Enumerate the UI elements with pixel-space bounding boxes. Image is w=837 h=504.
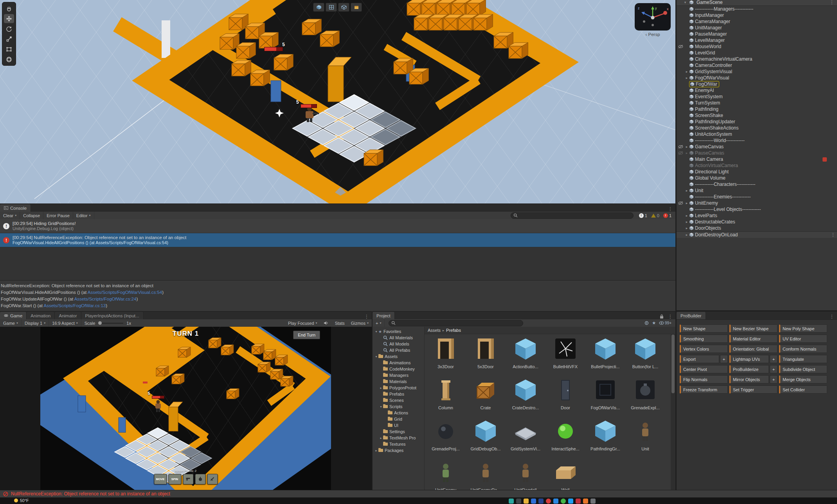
visibility-toggle[interactable]: [677, 201, 684, 205]
asset-tile[interactable]: PathfindingGr...: [587, 418, 624, 451]
asset-tile[interactable]: GrenadeExpl...: [626, 377, 664, 410]
lightblue-app-icon[interactable]: [568, 499, 573, 504]
expand-arrow[interactable]: ▸: [684, 214, 689, 218]
error-count-toggle[interactable]: !1: [663, 213, 671, 218]
expand-arrow[interactable]: ▸: [684, 76, 689, 80]
asset-tile[interactable]: InteractSphe...: [547, 418, 584, 451]
script-link[interactable]: Assets/Scripts/FogOfWar.cs:13: [44, 303, 106, 308]
error-pause-toggle[interactable]: Error Pause: [43, 212, 73, 219]
asset-tile[interactable]: BulletProjecti...: [587, 336, 624, 369]
tree-item-animations[interactable]: Animations: [373, 360, 424, 366]
rect-tool-icon[interactable]: [4, 45, 14, 54]
asset-tile[interactable]: UnitRagdoll: [507, 459, 544, 490]
tree-item-actions[interactable]: Actions: [373, 410, 424, 416]
asset-tile[interactable]: Column: [427, 377, 464, 410]
hierarchy-scene-header[interactable]: ▾ GameScene ⋮: [677, 0, 837, 6]
expand-arrow[interactable]: ▾: [379, 405, 383, 409]
search-by-type-icon[interactable]: [644, 321, 649, 325]
expand-arrow[interactable]: ▸: [684, 70, 689, 74]
breadcrumb-assets[interactable]: Assets: [428, 328, 441, 333]
hierarchy-item[interactable]: LevelGrid: [677, 50, 837, 56]
tree-item-prefabs[interactable]: Prefabs: [373, 391, 424, 397]
probuilder-button-new-poly-shape[interactable]: New Poly Shape: [779, 324, 827, 333]
end-turn-button[interactable]: End Turn: [293, 331, 320, 339]
expand-arrow[interactable]: ▸: [684, 226, 689, 230]
hierarchy-item[interactable]: EnemyAI: [677, 87, 837, 94]
probuilder-button-set-collider[interactable]: Set Collider: [779, 385, 827, 394]
tab-game[interactable]: Game: [0, 312, 27, 319]
hierarchy-item[interactable]: ------------Level Objects------------: [677, 206, 837, 212]
visibility-toggle[interactable]: [677, 151, 684, 155]
shaded-mode-icon[interactable]: [313, 3, 324, 12]
dark-app-icon[interactable]: [516, 499, 521, 504]
visibility-toggle[interactable]: [677, 45, 684, 49]
probuilder-button-mirror-objects[interactable]: Mirror Objects: [729, 375, 769, 383]
asset-tile[interactable]: Button(for L...: [626, 336, 664, 369]
probuilder-button-subdivide-object[interactable]: Subdivide Object: [779, 365, 827, 373]
hierarchy-item[interactable]: ------------World------------: [677, 137, 837, 144]
probuilder-button-set-trigger[interactable]: Set Trigger: [729, 385, 778, 394]
hierarchy-item[interactable]: Main Camera: [677, 156, 837, 162]
probuilder-button-smoothing[interactable]: Smoothing: [680, 335, 728, 343]
scene-orientation-gizmo[interactable]: y x z ‹ Persp: [635, 3, 671, 37]
asset-tile[interactable]: Unit: [626, 418, 664, 451]
tree-item-all-prefabs[interactable]: All Prefabs: [373, 347, 424, 353]
hierarchy-scene-header[interactable]: ▸DontDestroyOnLoad⋮: [677, 231, 837, 238]
tab-project[interactable]: Project: [373, 312, 395, 319]
status-bar[interactable]: NullReferenceException: Object reference…: [0, 490, 837, 497]
red2-app-icon[interactable]: [576, 499, 581, 504]
expand-arrow[interactable]: ▸: [379, 386, 383, 390]
asset-tile[interactable]: GrenadeProj...: [427, 418, 464, 451]
tree-item-packages[interactable]: ▸Packages: [373, 447, 424, 454]
tab-console[interactable]: Console: [0, 204, 31, 212]
tab-animation[interactable]: Animation: [27, 312, 55, 319]
folder-app-icon[interactable]: [524, 499, 529, 504]
expand-arrow[interactable]: ▸: [379, 436, 383, 440]
kebab-icon[interactable]: ⋮: [827, 314, 837, 319]
hierarchy-item[interactable]: ------------Managers------------: [677, 6, 837, 12]
probuilder-button-export[interactable]: Export: [680, 355, 719, 363]
probuilder-button-new-shape[interactable]: New Shape: [680, 324, 728, 333]
hierarchy-item[interactable]: UnitManager: [677, 25, 837, 31]
scale-tool-icon[interactable]: [4, 34, 14, 43]
tree-item-scripts[interactable]: ▾Scripts: [373, 403, 424, 410]
tree-item-settings[interactable]: Settings: [373, 428, 424, 435]
transform-tool-icon[interactable]: [4, 55, 14, 64]
probuilder-button-new-bezier-shape[interactable]: New Bezier Shape: [729, 324, 778, 333]
hierarchy-item[interactable]: UnitActionSystem: [677, 131, 837, 137]
create-asset-button[interactable]: +▾: [373, 319, 385, 327]
expand-arrow[interactable]: ▸: [684, 145, 689, 149]
probuilder-button-probuilderize[interactable]: ProBuilderize: [729, 365, 769, 373]
gizmos-dropdown[interactable]: Gizmos▾: [348, 319, 372, 327]
mute-audio-toggle[interactable]: [320, 319, 332, 327]
scale-knob[interactable]: [98, 321, 102, 325]
probuilder-button-uv-editor[interactable]: UV Editor: [779, 335, 827, 343]
prefab-mode-icon[interactable]: [351, 3, 362, 12]
kebab-icon[interactable]: ⋮: [827, 0, 837, 5]
tree-item-textmesh-pro[interactable]: ▸TextMesh Pro: [373, 435, 424, 441]
lock-icon[interactable]: [660, 314, 664, 319]
asset-tile[interactable]: UnitEnemyRa...: [467, 459, 504, 490]
blue-app-icon[interactable]: [531, 499, 536, 504]
tree-item-ui[interactable]: UI: [373, 422, 424, 428]
probuilder-button-merge-objects[interactable]: Merge Objects: [779, 375, 827, 383]
expand-arrow[interactable]: ▾: [374, 355, 378, 358]
tree-item-codemonkey[interactable]: CodeMonkey: [373, 366, 424, 372]
asset-tile[interactable]: ActionButto...: [507, 336, 544, 369]
probuilder-button-lightmap-uvs[interactable]: Lightmap UVs: [729, 355, 769, 363]
expand-arrow[interactable]: ▸: [684, 201, 689, 205]
hierarchy-item[interactable]: ▸LevelParts: [677, 212, 837, 219]
game-render[interactable]: TURN 1 End Turn 5 Action Points: 2 MOVES…: [40, 327, 331, 490]
hierarchy-item[interactable]: ▸GridSystemVisual: [677, 68, 837, 75]
hierarchy-item[interactable]: ▸PauseCanvas: [677, 150, 837, 156]
hierarchy-item[interactable]: Directional Light: [677, 169, 837, 175]
options-button[interactable]: +: [770, 365, 778, 373]
probuilder-button-conform-normals[interactable]: Conform Normals: [779, 345, 827, 353]
expand-arrow[interactable]: ▸: [684, 220, 689, 224]
asset-tile[interactable]: GridSystemVi...: [507, 418, 544, 451]
action-icon-button[interactable]: [183, 474, 193, 484]
clear-button[interactable]: Clear▾: [0, 212, 20, 219]
hierarchy-item[interactable]: MouseWorld: [677, 43, 837, 50]
visibility-toggle[interactable]: [677, 145, 684, 149]
gray-app-icon[interactable]: [590, 499, 596, 504]
